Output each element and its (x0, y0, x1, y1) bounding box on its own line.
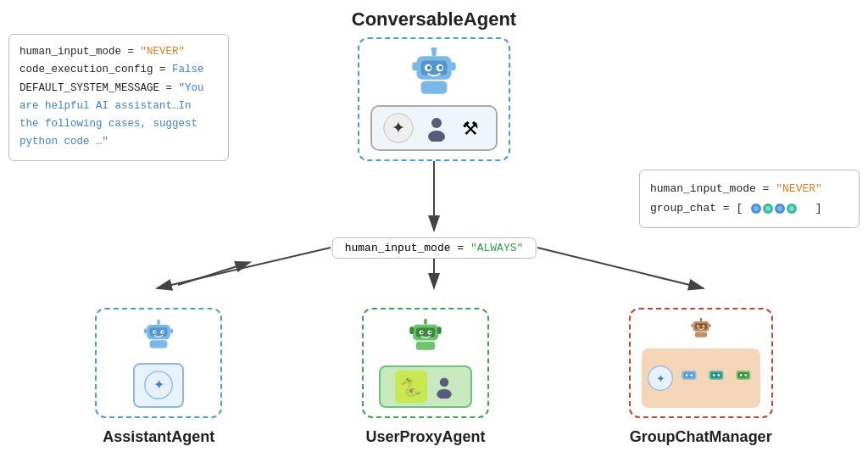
user-proxy-agent-label: UserProxyAgent (365, 428, 485, 446)
svg-rect-34 (150, 327, 168, 336)
person-icon (423, 114, 450, 142)
code-box-right: human_input_mode = "NEVER" group_chat = … (639, 170, 860, 228)
conversable-robot-icon (404, 47, 464, 98)
svg-point-51 (429, 332, 431, 334)
svg-point-74 (685, 374, 687, 377)
conversable-agent-box: ✦ ⚒ (358, 37, 510, 161)
svg-text:✦: ✦ (392, 119, 405, 137)
svg-point-37 (154, 331, 156, 332)
assistant-openai-box: ✦ (133, 363, 184, 408)
svg-rect-16 (412, 62, 418, 70)
svg-rect-68 (691, 324, 693, 327)
svg-point-75 (690, 374, 693, 377)
svg-rect-39 (150, 340, 168, 348)
svg-rect-54 (416, 342, 436, 350)
group-chat-manager-label: GroupChatManager (630, 428, 772, 446)
group-mini-teal-robot (704, 366, 728, 390)
svg-line-6 (178, 266, 237, 285)
svg-text:✦: ✦ (655, 372, 665, 385)
python-icon: 🐍 (395, 371, 427, 403)
svg-point-45 (424, 319, 427, 322)
svg-rect-17 (450, 62, 456, 70)
svg-point-65 (698, 326, 699, 327)
user-proxy-agent-box: 🐍 (362, 308, 489, 418)
svg-line-3 (157, 248, 331, 288)
conversable-agent-title: ConversableAgent (352, 8, 516, 31)
svg-point-26 (765, 206, 771, 211)
conversable-agent: ConversableAgent (349, 8, 519, 161)
assistant-agent-box: ✦ (95, 308, 222, 418)
group-chat-dots (749, 202, 809, 215)
assistant-openai-icon: ✦ (143, 370, 174, 400)
openai-icon: ✦ (382, 112, 415, 144)
tools-icon: ⚒ (459, 114, 486, 142)
group-chat-inner-box: ✦ (642, 349, 760, 408)
center-label-value: "ALWAYS" (470, 242, 523, 254)
svg-point-57 (440, 377, 449, 387)
svg-point-30 (789, 206, 794, 211)
svg-line-5 (537, 248, 704, 288)
svg-rect-69 (709, 324, 711, 327)
assistant-agent-wrapper: ✦ AssistantAgent (95, 308, 222, 446)
assistant-robot-icon (139, 318, 178, 356)
svg-point-13 (427, 66, 431, 70)
svg-point-28 (777, 206, 782, 211)
svg-rect-62 (695, 323, 707, 329)
svg-rect-73 (683, 372, 694, 377)
code-right-line-2: group_chat = [ ] (650, 198, 849, 218)
code-line-2: code_execution_config = False (19, 61, 218, 79)
svg-point-38 (162, 331, 164, 332)
svg-text:⚒: ⚒ (462, 118, 479, 139)
group-chat-robot-icon (681, 318, 721, 342)
svg-point-20 (431, 118, 442, 128)
svg-point-21 (428, 131, 445, 142)
svg-rect-41 (170, 329, 174, 334)
group-chat-manager-box: ✦ (629, 308, 773, 418)
svg-point-24 (754, 206, 759, 211)
svg-point-14 (439, 66, 442, 70)
group-chat-manager-wrapper: ✦ (629, 308, 773, 446)
tools-row: ✦ ⚒ (370, 105, 498, 151)
svg-point-83 (744, 374, 747, 377)
group-openai-icon: ✦ (647, 365, 674, 392)
center-label: human_input_mode = "ALWAYS" (332, 237, 537, 259)
svg-text:🐍: 🐍 (400, 377, 423, 399)
group-mini-green-robot (732, 366, 755, 390)
diagram-container: ConversableAgent (0, 0, 868, 463)
svg-point-50 (420, 332, 423, 334)
user-proxy-inner-box: 🐍 (379, 365, 472, 408)
svg-point-66 (703, 326, 704, 327)
svg-rect-77 (710, 372, 721, 377)
svg-text:✦: ✦ (153, 377, 164, 393)
svg-rect-47 (416, 327, 436, 337)
user-proxy-person-icon (432, 375, 456, 399)
code-right-line-1: human_input_mode = "NEVER" (650, 179, 849, 198)
svg-rect-53 (437, 326, 442, 334)
svg-point-78 (712, 374, 715, 377)
svg-rect-67 (695, 332, 707, 337)
svg-rect-40 (144, 329, 147, 334)
center-label-prefix: human_input_mode = (345, 242, 470, 254)
code-line-1: human_input_mode = "NEVER" (19, 43, 218, 61)
svg-point-58 (437, 389, 452, 399)
svg-point-79 (717, 374, 720, 377)
user-proxy-robot-icon (404, 318, 447, 359)
bottom-agents: ✦ AssistantAgent (0, 308, 868, 446)
code-line-3: DEFAULT_SYSTEM_MESSAGE = "Youare helpful… (19, 80, 218, 152)
group-mini-blue-robot (677, 366, 701, 390)
svg-point-82 (739, 374, 742, 377)
assistant-agent-label: AssistantAgent (103, 428, 214, 446)
user-proxy-agent-wrapper: 🐍 UserProxyAgent (362, 308, 489, 446)
svg-rect-15 (421, 81, 448, 93)
code-box-left: human_input_mode = "NEVER" code_executio… (8, 34, 229, 161)
svg-point-32 (158, 320, 160, 322)
svg-rect-52 (409, 326, 414, 334)
svg-rect-81 (737, 372, 748, 377)
